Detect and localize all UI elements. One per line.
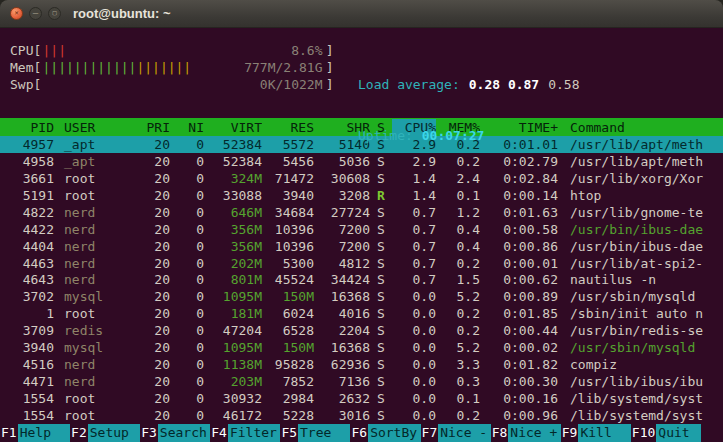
cell-time: 0:00.16 <box>480 390 558 407</box>
cell-cmd: /usr/lib/ibus/ibu <box>558 373 723 390</box>
cell-user: mysql <box>54 339 134 356</box>
column-header-cmd[interactable]: Command <box>558 119 723 136</box>
process-row-4471[interactable]: 4471nerd200203M78527136S0.00.30:00.30/us… <box>0 373 723 390</box>
cell-user: _apt <box>54 153 134 170</box>
titlebar[interactable]: root@ubuntu: ~ <box>0 0 723 28</box>
fkey-f8[interactable]: F8Nice + <box>491 424 561 442</box>
fkey-f10[interactable]: F10Quit <box>631 424 701 442</box>
cell-pid: 3709 <box>10 322 54 339</box>
close-button[interactable] <box>10 7 23 20</box>
column-header-ni[interactable]: NI <box>170 119 204 136</box>
cell-shr: 16368 <box>314 339 370 356</box>
fkey-f9[interactable]: F9Kill <box>561 424 631 442</box>
fkey-number: F9 <box>561 424 579 442</box>
cell-s: S <box>370 305 392 322</box>
cell-res: 6024 <box>262 305 314 322</box>
cell-pid: 4957 <box>10 136 54 153</box>
cell-shr: 3016 <box>314 407 370 424</box>
cell-pid: 4516 <box>10 356 54 373</box>
cell-ni: 0 <box>170 339 204 356</box>
cell-user: nerd <box>54 255 134 272</box>
process-row-4516[interactable]: 4516nerd2001138M9582862936S0.03.30:01.82… <box>0 356 723 373</box>
maximize-button[interactable] <box>48 7 61 20</box>
fkey-f3[interactable]: F3Search <box>140 424 210 442</box>
cell-res: 10396 <box>262 221 314 238</box>
cell-cmd: /usr/bin/redis-se <box>558 322 723 339</box>
fkey-label: Nice - <box>438 424 490 442</box>
cell-virt: 801M <box>204 271 262 288</box>
process-row-5191[interactable]: 5191root2003308839403208R1.40.10:00.14ht… <box>0 187 723 204</box>
cell-res: 71472 <box>262 170 314 187</box>
cell-shr: 7136 <box>314 373 370 390</box>
cell-res: 5572 <box>262 136 314 153</box>
cell-virt: 203M <box>204 373 262 390</box>
cell-res: 5456 <box>262 153 314 170</box>
cell-cmd: /sbin/init auto n <box>558 305 723 322</box>
process-row-1[interactable]: 1root200181M60244016S0.00.20:01.85/sbin/… <box>0 305 723 322</box>
fkey-f2[interactable]: F2Setup <box>70 424 140 442</box>
process-row-3702[interactable]: 3702mysql2001095M150M16368S0.05.20:00.89… <box>0 288 723 305</box>
cell-shr: 62936 <box>314 356 370 373</box>
cell-cmd: /usr/bin/ibus-dae <box>558 238 723 255</box>
cell-pid: 5191 <box>10 187 54 204</box>
cell-pid: 3940 <box>10 339 54 356</box>
cell-cpu: 0.0 <box>392 356 436 373</box>
cell-res: 7852 <box>262 373 314 390</box>
column-header-pri[interactable]: PRI <box>134 119 170 136</box>
cell-virt: 52384 <box>204 136 262 153</box>
cell-pri: 20 <box>134 204 170 221</box>
load-average-values: 0.28 0.87 <box>469 77 539 92</box>
cell-pid: 4643 <box>10 271 54 288</box>
fkey-f1[interactable]: F1Help <box>0 424 70 442</box>
process-row-3709[interactable]: 3709redis2004720465282204S0.00.20:00.44/… <box>0 322 723 339</box>
fkey-label: Quit <box>656 424 701 442</box>
cell-user: redis <box>54 322 134 339</box>
process-row-1554[interactable]: 1554root2003093229842632S0.00.10:00.16/l… <box>0 390 723 407</box>
cell-pri: 20 <box>134 136 170 153</box>
fkey-f7[interactable]: F7Nice - <box>421 424 491 442</box>
htop-screen: CPU|||8.6% Mem|||||||||||||||||||777M/2.… <box>0 28 723 442</box>
cell-time: 0:00.86 <box>480 238 558 255</box>
fkey-f4[interactable]: F4Filter <box>210 424 280 442</box>
cell-s: S <box>370 339 392 356</box>
cell-cmd: /lib/systemd/syst <box>558 390 723 407</box>
memory-meter-bars: ||||||||||||||||||| <box>42 59 191 76</box>
process-row-3940[interactable]: 3940mysql2001095M150M16368S0.05.20:00.02… <box>0 339 723 356</box>
minimize-button[interactable] <box>29 7 42 20</box>
column-header-user[interactable]: USER <box>54 119 134 136</box>
cell-cmd: /lib/systemd/syst <box>558 407 723 424</box>
memory-meter-bar: |||||||||||||||||||777M/2.81G <box>33 59 333 76</box>
cell-pri: 20 <box>134 271 170 288</box>
uptime-line: Uptime:00:07:27 <box>358 127 580 144</box>
process-row-4422[interactable]: 4422nerd200356M103967200S0.70.40:00.58/u… <box>0 221 723 238</box>
cell-time: 0:01.85 <box>480 305 558 322</box>
process-row-4822[interactable]: 4822nerd200646M3468427724S0.71.20:01.63/… <box>0 204 723 221</box>
cell-time: 0:01.63 <box>480 204 558 221</box>
cell-res: 150M <box>262 288 314 305</box>
cell-time: 0:01.82 <box>480 356 558 373</box>
process-row-4404[interactable]: 4404nerd200356M103967200S0.70.40:00.86/u… <box>0 238 723 255</box>
cell-ni: 0 <box>170 322 204 339</box>
cell-ni: 0 <box>170 187 204 204</box>
cell-user: _apt <box>54 136 134 153</box>
cell-virt: 1138M <box>204 356 262 373</box>
window-title: root@ubuntu: ~ <box>73 6 171 21</box>
process-row-4463[interactable]: 4463nerd200202M53004812S0.70.20:00.01/us… <box>0 255 723 272</box>
fkey-f5[interactable]: F5Tree <box>280 424 350 442</box>
cell-ni: 0 <box>170 204 204 221</box>
column-header-res[interactable]: RES <box>262 119 314 136</box>
cell-ni: 0 <box>170 136 204 153</box>
process-row-1554[interactable]: 1554root2004617252283016S0.00.20:00.96/l… <box>0 407 723 424</box>
cpu-meter-label: CPU <box>10 43 33 58</box>
cell-cpu: 0.0 <box>392 339 436 356</box>
process-row-4643[interactable]: 4643nerd200801M4552434424S0.71.50:00.62n… <box>0 272 723 289</box>
cell-cmd: /usr/sbin/mysqld <box>558 288 723 305</box>
cell-pri: 20 <box>134 322 170 339</box>
fkey-f6[interactable]: F6SortBy <box>350 424 420 442</box>
column-header-pid[interactable]: PID <box>10 119 54 136</box>
cell-pri: 20 <box>134 373 170 390</box>
column-header-virt[interactable]: VIRT <box>204 119 262 136</box>
cell-pri: 20 <box>134 238 170 255</box>
cell-pid: 4463 <box>10 255 54 272</box>
uptime-label: Uptime: <box>358 128 413 143</box>
